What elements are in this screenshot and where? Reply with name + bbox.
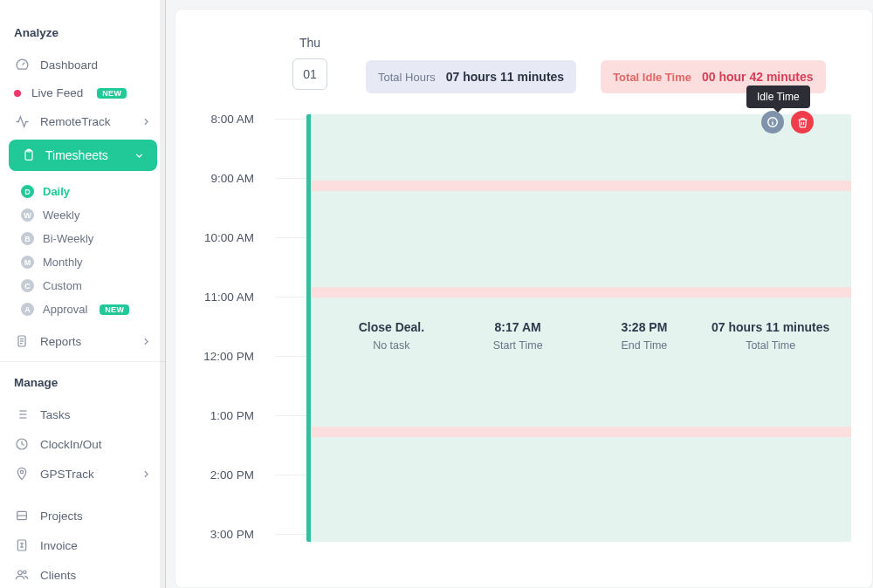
folder-icon	[14, 508, 30, 523]
sidebar-item-tasks[interactable]: Tasks	[0, 400, 166, 429]
pin-icon	[14, 466, 30, 482]
info-button[interactable]	[761, 111, 784, 133]
time-entry-block[interactable]: Idle Time Close Deal.No	[306, 114, 851, 542]
content-card: Thu 01 Total Hours 07 hours 11 minutes T…	[175, 9, 873, 588]
sidebar-subitem-label: Bi-Weekly	[43, 232, 93, 245]
sidebar-item-invoice[interactable]: Invoice	[0, 530, 166, 560]
hour-label: 10:00 AM	[196, 231, 275, 244]
delete-button[interactable]	[791, 111, 814, 133]
timesheet-schedule: 3:00 PM2:00 PM1:00 PM12:00 PM11:00 AM10:…	[196, 113, 851, 566]
sidebar-item-label: ClockIn/Out	[40, 438, 102, 451]
info-icon	[766, 116, 779, 128]
sidebar-subitem-monthly[interactable]: MMonthly	[0, 250, 166, 274]
sidebar-subitem-label: Custom	[43, 279, 82, 292]
people-icon	[14, 567, 30, 583]
invoice-icon	[14, 537, 30, 553]
gauge-icon	[14, 57, 30, 72]
sidebar-subitem-biweekly[interactable]: BBi-Weekly	[0, 227, 166, 250]
sidebar-item-reports[interactable]: Reports	[0, 326, 166, 356]
time-entry-sublabel: No task	[328, 339, 455, 352]
date-selector[interactable]: 01	[292, 58, 327, 90]
svg-point-18	[24, 571, 26, 573]
subitem-letter-icon: B	[21, 232, 34, 245]
sidebar-item-timesheets[interactable]: Timesheets	[9, 140, 157, 171]
hour-label: 11:00 AM	[196, 291, 275, 304]
idle-time-tooltip: Idle Time	[746, 85, 810, 108]
time-entry-sublabel: Total Time	[707, 339, 834, 352]
sidebar-item-gps[interactable]: GPSTrack	[0, 459, 166, 489]
hour-label: 12:00 PM	[196, 350, 275, 363]
hour-label: 9:00 AM	[196, 172, 275, 185]
hour-label: 1:00 PM	[196, 409, 275, 422]
total-hours-label: Total Hours	[378, 71, 436, 84]
sidebar-item-label: Clients	[40, 569, 76, 582]
activity-icon	[14, 113, 30, 129]
time-entry-sublabel: End Time	[581, 339, 708, 352]
total-idle-label: Total Idle Time	[613, 71, 691, 84]
sidebar-subitem-label: Daily	[43, 185, 70, 198]
sidebar-item-projects[interactable]: Projects	[0, 501, 166, 530]
sidebar-section-title: Analyze	[0, 21, 166, 50]
sidebar-item-dashboard[interactable]: Dashboard	[0, 50, 166, 79]
sidebar-item-label: Reports	[40, 335, 81, 348]
sidebar-item-label: Invoice	[40, 539, 78, 552]
sidebar-subitem-label: Approval	[43, 303, 87, 316]
clipboard-icon	[21, 147, 37, 163]
sidebar-item-label: Timesheets	[45, 148, 108, 162]
main: Thu 01 Total Hours 07 hours 11 minutes T…	[166, 0, 873, 588]
day-label: Thu	[299, 36, 320, 50]
subitem-letter-icon: D	[21, 185, 34, 198]
sidebar-subitem-weekly[interactable]: WWeekly	[0, 203, 166, 227]
chevron-down-icon	[134, 150, 145, 161]
sidebar-item-clock[interactable]: ClockIn/Out	[0, 429, 166, 459]
svg-point-21	[772, 120, 773, 120]
chevron-right-icon	[141, 336, 152, 347]
entry-action-buttons	[761, 111, 814, 133]
list-icon	[14, 407, 30, 422]
trash-icon	[797, 117, 808, 128]
subitem-letter-icon: W	[21, 209, 34, 222]
hour-label: 8:00 AM	[196, 113, 275, 126]
hour-label: 3:00 PM	[196, 528, 275, 541]
sidebar-divider	[0, 361, 166, 362]
new-badge: NEW	[100, 304, 129, 315]
chevron-right-icon	[141, 468, 152, 480]
svg-point-17	[18, 571, 23, 575]
sidebar-subitem-label: Monthly	[43, 256, 83, 269]
time-entry-value: Close Deal.	[328, 320, 455, 334]
time-entry-column: 3:28 PMEnd Time	[581, 320, 708, 352]
sidebar-item-clients[interactable]: Clients	[0, 560, 166, 588]
subitem-letter-icon: M	[21, 256, 34, 269]
svg-point-13	[20, 470, 23, 473]
subitem-letter-icon: A	[21, 303, 34, 316]
sidebar-item-label: Projects	[40, 509, 83, 523]
sidebar-subitem-custom[interactable]: CCustom	[0, 274, 166, 297]
clock-icon	[14, 436, 30, 452]
time-entry-column: Close Deal.No task	[328, 320, 455, 352]
time-entry-value: 07 hours 11 minutes	[707, 320, 834, 334]
time-entry-value: 3:28 PM	[581, 320, 708, 334]
idle-band	[311, 287, 851, 297]
subitem-letter-icon: C	[21, 279, 34, 292]
day-header: Thu 01	[292, 36, 327, 90]
time-entry-sublabel: Start Time	[455, 339, 581, 352]
total-idle-value: 00 hour 42 minutes	[702, 70, 814, 84]
hour-label: 2:00 PM	[196, 468, 275, 482]
sidebar-item-label: Live Feed	[31, 86, 83, 99]
sidebar-item-livefeed[interactable]: Live FeedNEW	[0, 79, 166, 106]
sidebar-subitem-approval[interactable]: AApprovalNEW	[0, 297, 166, 321]
sidebar-subitem-label: Weekly	[43, 209, 79, 222]
sidebar-item-label: GPSTrack	[40, 468, 94, 481]
sidebar-section-title: Manage	[0, 371, 166, 400]
sidebar-item-remotetrack[interactable]: RemoteTrack	[0, 106, 166, 136]
sidebar-subitem-daily[interactable]: DDaily	[0, 180, 166, 203]
sidebar-spacer	[0, 489, 166, 501]
sidebar-item-label: RemoteTrack	[40, 115, 111, 128]
idle-band	[311, 181, 851, 191]
time-entry-details: Close Deal.No task8:17 AMStart Time3:28 …	[311, 320, 851, 352]
sidebar-item-label: Dashboard	[40, 58, 98, 72]
sidebar-item-label: Tasks	[40, 408, 71, 421]
live-dot-icon	[14, 90, 21, 97]
new-badge: NEW	[97, 88, 127, 99]
sidebar: AnalyzeDashboardLive FeedNEWRemoteTrackT…	[0, 0, 166, 588]
